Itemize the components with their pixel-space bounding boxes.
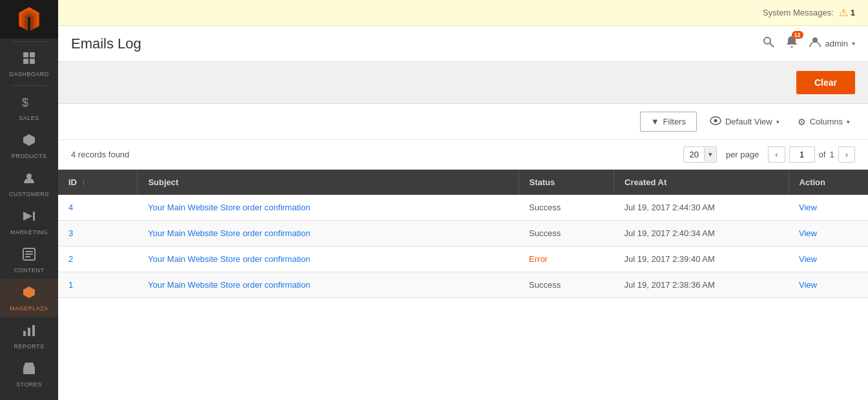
id-link[interactable]: 3: [68, 228, 73, 238]
sidebar-item-content[interactable]: CONTENT: [0, 241, 58, 279]
sidebar-item-mageplaza[interactable]: MAGEPLAZA: [0, 279, 58, 317]
warning-icon: ⚠: [839, 6, 848, 19]
table-header-row: ID ↑ Subject Status Created At Action: [58, 170, 868, 195]
th-action-label: Action: [800, 177, 825, 187]
svg-rect-2: [23, 59, 28, 64]
svg-rect-18: [27, 370, 31, 374]
view-link[interactable]: View: [799, 203, 817, 212]
dashboard-icon: [22, 51, 36, 68]
eye-icon: [710, 116, 721, 127]
records-found: 4 records found: [71, 150, 129, 159]
view-button[interactable]: Default View ▾: [705, 112, 785, 132]
products-icon: [22, 133, 36, 150]
page-title: Emails Log: [71, 35, 141, 52]
sales-icon: $: [22, 95, 36, 112]
subject-link[interactable]: Your Main Website Store order confirmati…: [148, 254, 310, 264]
sidebar-item-label-dashboard: DASHBOARD: [9, 71, 49, 77]
svg-rect-1: [30, 52, 35, 57]
clear-button[interactable]: Clear: [796, 71, 855, 94]
table-row: 2 Your Main Website Store order confirma…: [58, 246, 868, 272]
th-subject-label: Subject: [148, 177, 178, 187]
header-actions: 12 admin ▾: [762, 35, 855, 52]
columns-label: Columns: [810, 117, 843, 126]
columns-chevron-icon: ▾: [847, 119, 850, 125]
td-id: 4: [58, 195, 138, 221]
td-subject: Your Main Website Store order confirmati…: [138, 272, 519, 298]
content-icon: [22, 247, 36, 265]
table-row: 3 Your Main Website Store order confirma…: [58, 221, 868, 246]
svg-point-6: [26, 174, 32, 179]
admin-menu-button[interactable]: admin ▾: [809, 35, 855, 52]
sidebar-item-stores[interactable]: STORES: [0, 355, 58, 393]
sidebar-logo[interactable]: [0, 0, 58, 39]
filters-button[interactable]: ▼ Filters: [640, 112, 697, 132]
svg-point-23: [714, 119, 717, 123]
svg-text:$: $: [22, 96, 28, 109]
prev-page-button[interactable]: ‹: [768, 146, 785, 163]
table-row: 4 Your Main Website Store order confirma…: [58, 195, 868, 221]
admin-avatar-icon: [809, 35, 822, 52]
system-messages-bar: System Messages: ⚠ 1: [58, 0, 868, 26]
filters-label: Filters: [663, 117, 686, 126]
view-link[interactable]: View: [799, 254, 817, 264]
magento-logo-icon: [17, 7, 41, 32]
gear-icon: ⚙: [798, 117, 806, 127]
next-page-button[interactable]: ›: [838, 146, 855, 163]
svg-marker-5: [23, 134, 35, 146]
view-link[interactable]: View: [799, 228, 817, 238]
td-status: Success: [519, 272, 614, 298]
view-link[interactable]: View: [799, 280, 817, 290]
sidebar-item-label-reports: REPORTS: [14, 343, 45, 350]
per-page-value: 20: [684, 147, 703, 162]
sidebar-divider-top: [12, 41, 46, 42]
per-page-dropdown-arrow[interactable]: ▾: [704, 148, 716, 161]
subject-link[interactable]: Your Main Website Store order confirmati…: [148, 280, 310, 290]
subject-link[interactable]: Your Main Website Store order confirmati…: [148, 203, 310, 212]
svg-point-19: [764, 37, 770, 44]
td-id: 3: [58, 221, 138, 246]
emails-log-table: ID ↑ Subject Status Created At Action: [58, 170, 868, 298]
page-header: Emails Log 12 admin ▾: [58, 26, 868, 62]
td-status: Success: [519, 195, 614, 221]
id-link[interactable]: 2: [68, 254, 73, 264]
search-icon[interactable]: [762, 35, 775, 52]
td-subject: Your Main Website Store order confirmati…: [138, 246, 519, 272]
current-page-input[interactable]: [789, 146, 815, 163]
sidebar-item-sales[interactable]: $ SALES: [0, 88, 58, 126]
sort-icon-id[interactable]: ↑: [82, 179, 85, 186]
td-subject: Your Main Website Store order confirmati…: [138, 221, 519, 246]
filter-funnel-icon: ▼: [651, 117, 659, 126]
th-status: Status: [519, 170, 614, 195]
td-created-at: Jul 19, 2017 2:39:40 AM: [614, 246, 789, 272]
svg-rect-12: [25, 256, 30, 257]
svg-rect-3: [30, 59, 35, 64]
subject-link[interactable]: Your Main Website Store order confirmati…: [148, 228, 310, 238]
td-action: View: [789, 221, 868, 246]
sidebar-item-label-mageplaza: MAGEPLAZA: [10, 305, 48, 312]
th-id-label: ID: [68, 177, 77, 187]
total-pages: 1: [829, 150, 834, 159]
view-label: Default View: [725, 117, 772, 126]
admin-label: admin: [825, 39, 848, 48]
td-status: Error: [519, 246, 614, 272]
customers-icon: [22, 171, 36, 188]
id-link[interactable]: 4: [68, 203, 73, 212]
td-created-at: Jul 19, 2017 2:44:30 AM: [614, 195, 789, 221]
id-link[interactable]: 1: [68, 280, 73, 290]
sidebar-item-label-products: PRODUCTS: [12, 153, 47, 159]
th-status-label: Status: [530, 177, 555, 187]
sidebar-item-reports[interactable]: REPORTS: [0, 317, 58, 355]
sidebar-item-label-sales: SALES: [19, 115, 39, 121]
view-chevron-icon: ▾: [776, 119, 780, 125]
per-page-select[interactable]: 20 ▾: [683, 146, 716, 163]
table-row: 1 Your Main Website Store order confirma…: [58, 272, 868, 298]
sidebar-item-dashboard[interactable]: DASHBOARD: [0, 45, 58, 83]
columns-button[interactable]: ⚙ Columns ▾: [792, 112, 855, 132]
sidebar-item-products[interactable]: PRODUCTS: [0, 126, 58, 165]
sidebar-item-customers[interactable]: CUSTOMERS: [0, 165, 58, 203]
td-created-at: Jul 19, 2017 2:40:34 AM: [614, 221, 789, 246]
td-status: Success: [519, 221, 614, 246]
notification-button[interactable]: 12: [785, 35, 798, 52]
sidebar-item-marketing[interactable]: MARKETING: [0, 203, 58, 241]
stores-icon: [22, 361, 36, 379]
